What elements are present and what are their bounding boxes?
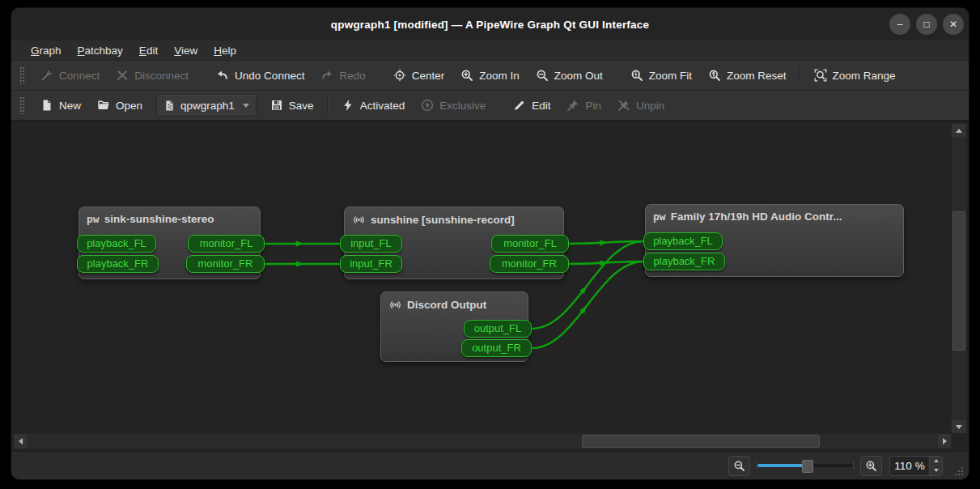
scroll-right-button[interactable] (938, 434, 951, 449)
zoom-percent-value: 110 % (890, 460, 929, 472)
close-button[interactable]: ✕ (943, 14, 964, 35)
menu-edit[interactable]: Edit (131, 43, 166, 58)
scroll-down-button[interactable] (952, 420, 966, 433)
zoom-percent-spinbox[interactable]: 110 % (889, 456, 943, 476)
zoom-slider[interactable] (757, 459, 853, 472)
graph-scene[interactable]: pwsink-sunshine-stereosunshine [sunshine… (11, 121, 969, 451)
menu-graph[interactable]: Graph (23, 43, 70, 58)
statusbar-zoom-in-button[interactable] (860, 456, 882, 476)
redo-button: Redo (313, 65, 372, 86)
open-folder-icon (97, 99, 110, 112)
port-sunshine-monitor_FR[interactable]: monitor_FR (490, 255, 569, 273)
port-sunshine-input_FR[interactable]: input_FR (340, 255, 402, 273)
exclusive-label: Exclusive (439, 100, 486, 112)
zoom-reset-button[interactable]: Zoom Reset (701, 65, 794, 86)
pipewire-icon: pw (653, 211, 666, 222)
edit-icon (513, 99, 526, 112)
unpin-label: Unpin (636, 100, 664, 112)
port-family-hd-audio-playback_FR[interactable]: playback_FR (643, 253, 725, 270)
toolbar-drag-handle[interactable] (19, 66, 25, 84)
zoom-range-button[interactable]: Zoom Range (807, 65, 903, 86)
patchbay-profile-combobox[interactable]: qpwgraph1 (156, 94, 257, 117)
unpin-icon (617, 99, 630, 112)
activated-label: Activated (360, 100, 405, 112)
center-label: Center (412, 70, 445, 82)
graph-toolbar: Connect Disconnect Undo Connect Redo Cen… (11, 61, 969, 91)
window-resize-grip[interactable] (953, 466, 964, 477)
zoom-fit-button[interactable]: Zoom Fit (623, 65, 699, 86)
open-button[interactable]: Open (90, 95, 150, 116)
qpwgraph-window: qpwgraph1 [modified] — A PipeWire Graph … (11, 8, 969, 479)
save-button[interactable]: Save (263, 95, 321, 116)
port-sunshine-monitor_FL[interactable]: monitor_FL (491, 235, 569, 253)
vertical-scrollbar[interactable] (951, 123, 967, 434)
pin-button: Pin (559, 95, 609, 116)
port-sink-sunshine-stereo-playback_FL[interactable]: playback_FL (77, 235, 156, 253)
stream-icon (352, 213, 366, 227)
zoom-in-button[interactable]: Zoom In (453, 65, 527, 86)
horizontal-scroll-thumb[interactable] (582, 435, 820, 448)
edit-button[interactable]: Edit (506, 95, 558, 116)
menu-view[interactable]: View (166, 43, 206, 58)
center-button[interactable]: Center (386, 65, 452, 86)
save-label: Save (289, 100, 314, 112)
cables-layer (11, 121, 967, 451)
arrow-right-icon (943, 438, 947, 444)
arrow-left-icon (19, 438, 23, 444)
edit-label: Edit (532, 100, 550, 112)
port-sunshine-input_FL[interactable]: input_FL (340, 235, 402, 253)
activated-icon (342, 99, 354, 112)
node-header: pwFamily 17h/19h HD Audio Contr... (646, 205, 903, 223)
desktop: qpwgraph1 [modified] — A PipeWire Graph … (0, 0, 980, 489)
titlebar[interactable]: qpwgraph1 [modified] — A PipeWire Graph … (11, 8, 969, 40)
arrow-up-icon (956, 129, 962, 133)
maximize-button[interactable]: □ (916, 14, 937, 35)
scroll-left-button[interactable] (14, 434, 27, 449)
zoom-reset-label: Zoom Reset (727, 70, 787, 82)
arrow-up-icon (934, 459, 939, 462)
zoom-slider-handle[interactable] (802, 460, 813, 473)
undo-connect-button[interactable]: Undo Connect (209, 65, 312, 86)
toolbar-drag-handle[interactable] (19, 96, 25, 114)
pin-icon (566, 99, 579, 112)
zoom-reset-icon (708, 69, 721, 82)
menu-help[interactable]: Help (206, 43, 244, 58)
node-header: sunshine [sunshine-record] (345, 207, 563, 227)
new-file-icon (40, 99, 53, 112)
stream-icon (388, 298, 402, 312)
new-button[interactable]: New (33, 95, 88, 116)
toolbar-separator (202, 66, 203, 85)
spin-up-button[interactable] (930, 457, 942, 466)
port-discord-output-output_FL[interactable]: output_FL (464, 320, 532, 338)
spin-down-button[interactable] (930, 466, 942, 475)
port-sink-sunshine-stereo-monitor_FL[interactable]: monitor_FL (188, 235, 265, 253)
graph-canvas: pwsink-sunshine-stereosunshine [sunshine… (11, 121, 969, 451)
statusbar-zoom-out-button[interactable] (728, 456, 750, 476)
node-title: Discord Output (407, 299, 486, 311)
menu-patchbay[interactable]: Patchbay (70, 43, 131, 58)
horizontal-scrollbar[interactable] (13, 433, 952, 449)
node-header: pwsink-sunshine-stereo (79, 207, 260, 225)
zoom-fit-icon (630, 69, 643, 82)
port-sink-sunshine-stereo-playback_FR[interactable]: playback_FR (77, 255, 159, 273)
node-header: Discord Output (381, 292, 528, 312)
toolbar-separator (379, 66, 380, 85)
disconnect-icon (116, 69, 129, 82)
zoom-out-icon (536, 69, 549, 82)
undo-connect-label: Undo Connect (235, 70, 304, 82)
zoom-out-button[interactable]: Zoom Out (528, 65, 610, 86)
port-discord-output-output_FR[interactable]: output_FR (461, 339, 532, 357)
open-label: Open (116, 100, 142, 112)
minimize-button[interactable]: – (889, 14, 910, 35)
undo-icon (216, 69, 229, 82)
port-family-hd-audio-playback_FL[interactable]: playback_FL (643, 232, 723, 250)
connect-label: Connect (59, 70, 100, 82)
scroll-up-button[interactable] (952, 124, 966, 137)
node-title: sink-sunshine-stereo (104, 213, 214, 225)
window-title: qpwgraph1 [modified] — A PipeWire Graph … (11, 19, 969, 31)
new-label: New (59, 100, 81, 112)
activated-button[interactable]: Activated (334, 95, 413, 116)
port-sink-sunshine-stereo-monitor_FR[interactable]: monitor_FR (186, 255, 265, 273)
vertical-scroll-thumb[interactable] (952, 211, 965, 351)
node-title: Family 17h/19h HD Audio Contr... (671, 210, 842, 223)
